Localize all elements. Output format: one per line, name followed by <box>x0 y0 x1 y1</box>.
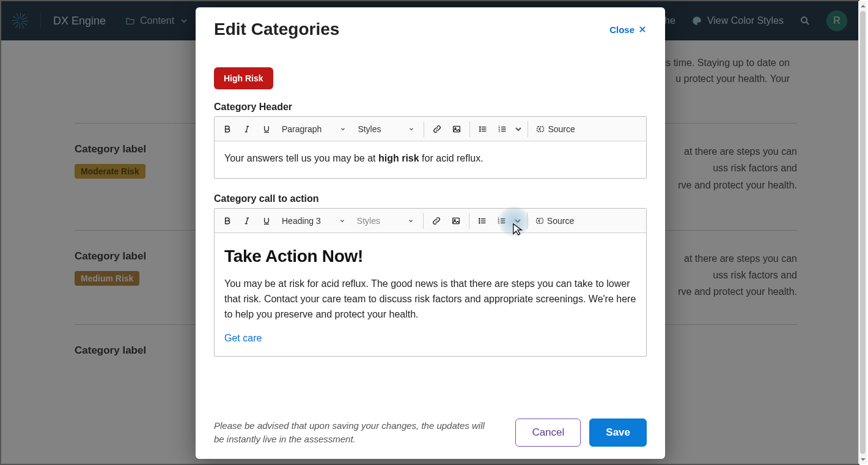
window-scrollbar[interactable] <box>858 1 867 464</box>
svg-point-12 <box>480 128 480 129</box>
svg-text:3: 3 <box>499 129 501 132</box>
toolbar-divider <box>469 213 469 229</box>
image-icon <box>452 124 462 134</box>
bold-button[interactable] <box>218 212 237 230</box>
styles-select[interactable]: Styles <box>353 121 420 138</box>
svg-line-25 <box>246 218 248 223</box>
bullet-list-icon <box>477 216 487 226</box>
get-care-link[interactable]: Get care <box>224 333 262 343</box>
chevron-down-icon <box>340 126 346 132</box>
svg-point-31 <box>479 220 479 221</box>
chevron-down-icon <box>339 218 345 224</box>
save-advisory: Please be advised that upon saving your … <box>214 419 507 447</box>
numbered-list-button[interactable]: 123 <box>493 212 511 230</box>
modal-scroll-area[interactable]: High Risk Category Header Paragraph Styl… <box>196 44 665 410</box>
chevron-down-icon <box>513 216 523 226</box>
bullet-list-icon <box>478 124 488 134</box>
svg-rect-8 <box>454 126 460 132</box>
svg-point-33 <box>479 222 479 223</box>
chevron-down-icon <box>408 126 414 132</box>
link-icon <box>432 124 442 134</box>
source-button[interactable]: Source <box>532 124 578 134</box>
styles-select[interactable]: Styles <box>352 212 419 229</box>
list-style-dropdown[interactable] <box>513 120 524 138</box>
bold-button[interactable] <box>218 120 237 138</box>
category-cta-label: Category call to action <box>214 193 647 204</box>
modal-footer: Please be advised that upon saving your … <box>196 410 665 459</box>
bold-icon <box>223 216 232 226</box>
toolbar-divider <box>424 121 424 137</box>
image-icon <box>451 216 461 226</box>
category-header-label: Category Header <box>214 102 647 113</box>
category-header-editor: Paragraph Styles 123 Source <box>214 116 647 179</box>
category-cta-content[interactable]: Take Action Now! You may be at risk for … <box>215 233 646 356</box>
link-button[interactable] <box>428 120 446 138</box>
close-icon <box>638 25 647 34</box>
svg-rect-41 <box>536 218 543 223</box>
italic-icon <box>242 216 252 226</box>
modal-title: Edit Categories <box>214 20 339 39</box>
svg-point-10 <box>480 127 480 127</box>
toolbar-divider <box>527 213 528 229</box>
scroll-up-icon[interactable] <box>859 1 867 10</box>
high-risk-badge: High Risk <box>214 67 273 89</box>
scroll-down-icon[interactable] <box>859 455 867 464</box>
link-button[interactable] <box>427 212 446 230</box>
close-button[interactable]: Close <box>609 24 647 35</box>
bullet-list-button[interactable] <box>473 212 491 230</box>
toolbar-divider <box>469 121 470 137</box>
svg-rect-27 <box>452 218 459 223</box>
cta-heading: Take Action Now! <box>224 243 636 269</box>
source-icon <box>535 216 545 226</box>
source-button[interactable]: Source <box>531 216 578 226</box>
svg-rect-22 <box>537 127 544 132</box>
underline-icon <box>262 124 271 134</box>
block-format-select[interactable]: Heading 3 <box>277 212 351 229</box>
modal-header: Edit Categories Close <box>196 7 665 44</box>
numbered-list-icon: 123 <box>497 216 507 226</box>
image-button[interactable] <box>447 120 466 138</box>
chevron-down-icon <box>408 218 414 224</box>
chevron-down-icon <box>513 124 523 134</box>
svg-point-14 <box>480 130 480 131</box>
italic-button[interactable] <box>238 120 256 138</box>
image-button[interactable] <box>447 212 465 230</box>
editor-toolbar-2: Heading 3 Styles 123 Source <box>215 209 646 233</box>
toolbar-divider <box>423 213 424 229</box>
editor-toolbar-1: Paragraph Styles 123 Source <box>215 117 646 141</box>
underline-button[interactable] <box>257 120 276 138</box>
category-cta-editor: Heading 3 Styles 123 Source <box>214 208 647 357</box>
block-format-select[interactable]: Paragraph <box>277 121 351 138</box>
numbered-list-icon: 123 <box>498 124 507 134</box>
toolbar-divider <box>528 121 528 137</box>
category-header-content[interactable]: Your answers tell us you may be at high … <box>215 141 646 178</box>
svg-text:3: 3 <box>498 221 499 224</box>
cta-body-text: You may be at risk for acid reflux. The … <box>224 277 636 322</box>
svg-line-6 <box>246 126 248 132</box>
numbered-list-button[interactable]: 123 <box>493 120 512 138</box>
underline-button[interactable] <box>257 212 276 230</box>
scroll-thumb[interactable] <box>860 11 866 454</box>
svg-point-29 <box>479 218 479 219</box>
italic-button[interactable] <box>238 212 256 230</box>
edit-categories-modal: Edit Categories Close High Risk Category… <box>196 7 665 459</box>
bullet-list-button[interactable] <box>474 120 492 138</box>
link-icon <box>432 216 441 226</box>
cancel-button[interactable]: Cancel <box>515 418 581 447</box>
bold-icon <box>223 124 232 134</box>
close-label: Close <box>609 24 634 35</box>
modal-overlay: Edit Categories Close High Risk Category… <box>1 1 859 464</box>
list-style-dropdown[interactable] <box>512 212 523 230</box>
source-icon <box>535 124 545 134</box>
italic-icon <box>242 124 252 134</box>
save-button[interactable]: Save <box>589 418 647 447</box>
underline-icon <box>262 216 271 226</box>
